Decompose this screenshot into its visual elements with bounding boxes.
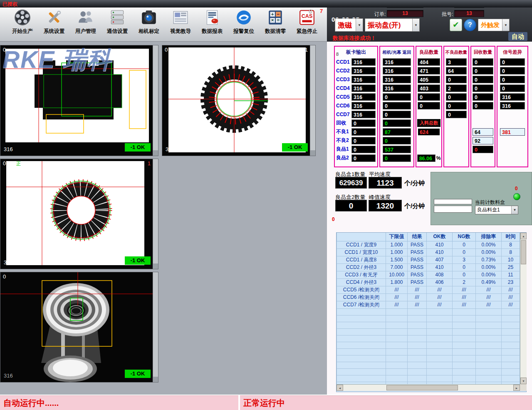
trigger-dropdown[interactable]: 外触发 ▼ [478,19,510,31]
empty-cell [337,335,386,342]
help-button[interactable]: ? [464,19,476,31]
camera-return-value: 0 [383,137,411,144]
batch-value-field[interactable]: 13 [454,10,484,17]
board-output-value: 0 [351,146,376,153]
stats-row: 86.06% [416,154,441,162]
scroll-left-icon[interactable]: ◄ [337,385,343,391]
status-message-right: 正常运行中 [240,395,532,410]
result-cell: 0.49% [476,278,502,286]
chevron-down-icon[interactable]: ▼ [502,19,509,31]
view-scrollbar[interactable] [153,272,158,382]
result-row-label: CCD7 /检测关闭 [337,301,386,308]
result-badge: -1 OK [125,370,151,378]
vibration-dropdown[interactable]: 振动盘(开) ▼ [365,18,420,32]
table-row[interactable]: CCD6 /检测关闭////////////////// [337,293,520,301]
board-output-value: 0 [351,137,376,144]
emergency-stop-button[interactable]: CAS 紧急停止 [291,7,323,41]
h-scroll-thumb[interactable] [386,385,458,390]
empty-cell [502,328,520,335]
empty-cell [337,368,386,375]
button-label: 用户管理 [75,28,96,35]
alarm-reset-button[interactable]: 报警复位 [228,7,260,41]
result-cell: 8 [502,241,520,248]
horizontal-scrollbar[interactable]: ◄ ► [337,384,520,391]
bad-count-value: 0 [446,102,467,109]
table-row[interactable]: CCD3 / 有无牙10.000PASS40800.00%11 [337,271,520,278]
table-row[interactable]: CCD1 / 宽度91.000PASS41000.00%8 [337,241,520,248]
table-row[interactable]: CCD7 /检测关闭////////////////// [337,301,520,308]
scroll-up-icon[interactable]: ▲ [520,233,527,239]
result-cell: /// [386,301,408,308]
table-row[interactable]: CCD4 / 外径31.800PASS40620.49%23 [337,278,520,286]
chevron-down-icon[interactable]: ▼ [356,19,363,31]
data-clear-button[interactable]: + − × = 数据清零 [260,7,291,41]
result-cell: 0.00% [476,241,502,248]
recycle-count-value: 0 [473,58,493,66]
result-cell: /// [453,301,476,308]
table-row[interactable]: CCD5 /检测关闭////////////////// [337,286,520,293]
excite-dropdown[interactable]: 激磁 ▼ [335,18,363,32]
empty-cell [453,315,476,322]
user-management-button[interactable]: 用户管理 [70,7,101,41]
speed-unit: 个/分钟 [404,202,425,210]
chevron-down-icon[interactable]: ▼ [511,206,518,214]
start-production-button[interactable]: 开始生产 [7,7,38,41]
vertical-scrollbar[interactable]: ▲ ▼ [520,233,527,384]
empty-cell [502,355,520,362]
stats-row: 良品20 [335,154,377,162]
trigger-label: 外触发 [478,19,502,31]
scroll-right-icon[interactable]: ► [513,385,520,391]
empty-cell [408,342,427,348]
auto-mode-indicator: 自动 [508,32,527,41]
stats-column-board-output: 8 板卡输出 CCD1316CCD2316CCD3316CCD4316CCD53… [334,46,378,167]
order-value-field[interactable]: 13 [387,10,423,17]
scroll-down-icon[interactable]: ▼ [520,378,527,384]
counter-input-1[interactable] [434,199,472,204]
empty-cell [502,362,520,368]
table-row-empty [337,375,520,382]
camera-calibration-button[interactable]: 相机标定 [133,7,165,41]
view-scrollbar[interactable] [310,45,315,156]
system-settings-button[interactable]: 系统设置 [38,7,70,41]
stats-row: 0 [380,101,413,110]
stats-row: 入料总数 [416,119,441,127]
stats-row: 0 [497,84,527,92]
stat-row-label: 不良1 [335,128,351,135]
comm-settings-button[interactable]: 通信设置 [101,7,133,41]
signal-diff-value: 0 [500,67,525,75]
stats-row: 0 [444,92,468,101]
stats-row [444,145,468,154]
stats-row: 2 [444,84,468,92]
result-cell: 0 [453,271,476,278]
table-row[interactable]: CCD2 / 外径37.000PASS41000.00%25 [337,263,520,271]
stats-row: 405 [416,75,441,84]
result-row-label: CCD3 / 有无牙 [337,271,386,278]
good-count-value: 471 [418,67,440,75]
view-scrollbar[interactable] [153,45,158,156]
stat-row-label: 良品2 [335,154,351,162]
confirm-button[interactable]: ✔ [450,19,462,31]
empty-cell [408,315,427,322]
table-row[interactable]: CCD1 / 高度81.500PASS40730.73%10 [337,256,520,263]
result-row-label: CCD2 / 外径3 [337,263,386,271]
signal-diff-value: 0 [500,58,525,66]
counter-input-2[interactable] [434,206,472,213]
vision-teaching-button[interactable]: 视觉教导 [165,7,196,41]
stats-row: 0 [471,57,495,66]
results-header-cell: 下限值 [386,233,408,241]
stats-row [416,145,441,154]
empty-cell [386,368,408,375]
view-scrollbar[interactable] [153,159,158,269]
v-scroll-thumb[interactable] [521,240,526,264]
box-select-dropdown[interactable]: 良品料盒1 ▼ [475,206,518,214]
data-report-button[interactable]: 数据报表 [196,7,228,41]
empty-cell [476,328,502,335]
board-output-value: 316 [351,93,376,101]
result-cell: /// [427,293,453,301]
table-row[interactable]: CCD1 / 宽度101.000PASS41000.00%8 [337,248,520,256]
result-cell: 10 [502,256,520,263]
chevron-down-icon[interactable]: ▼ [412,19,419,31]
result-cell: PASS [408,271,427,278]
svg-text:CAS: CAS [302,13,313,19]
camera-return-value: 0 [383,102,411,109]
